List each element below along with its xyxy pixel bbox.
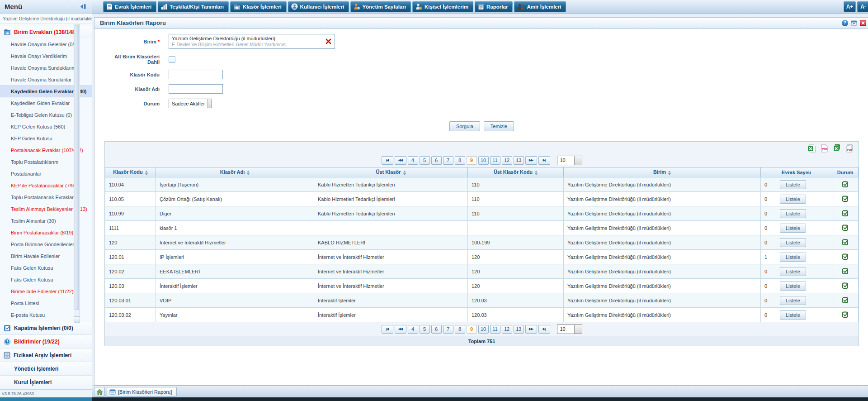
- sidebar-item[interactable]: Kapatma İşlemleri (0/0): [0, 321, 92, 334]
- page-number-button[interactable]: 7: [443, 156, 453, 165]
- durum-label: Durum: [104, 101, 160, 106]
- durum-select[interactable]: Sadece Aktifler: [169, 99, 212, 108]
- active-status-check-icon: [842, 183, 849, 189]
- column-header[interactable]: Klasör Kodu: [105, 167, 156, 177]
- listele-button[interactable]: Listele: [780, 209, 806, 218]
- listele-button[interactable]: Listele: [780, 195, 806, 204]
- sidebar-item-label: E-posta Kutusu: [11, 312, 45, 318]
- listele-button[interactable]: Listele: [780, 282, 806, 291]
- module-tab[interactable]: Amir İşlemleri: [514, 1, 566, 12]
- module-tab[interactable]: Klasör İşlemleri: [230, 1, 287, 12]
- module-tab[interactable]: Raporlar: [475, 1, 513, 12]
- klasor-adi-input[interactable]: [169, 84, 223, 94]
- sidebar-scrollbar[interactable]: [74, 24, 80, 323]
- module-tab-label: Kullanıcı İşlemleri: [300, 4, 344, 10]
- cell-ust-kod: 120.03: [468, 293, 564, 308]
- page-size-select[interactable]: 10: [557, 156, 582, 165]
- last-page-button[interactable]: ▶|: [538, 325, 550, 334]
- klasor-kodu-input[interactable]: [169, 70, 223, 79]
- cell-birim: Yazılım Geliştirme Direktörlüğü (il müdü…: [564, 308, 761, 322]
- module-tab[interactable]: Yönetim Sayfaları: [350, 1, 411, 12]
- page-number-button[interactable]: 8: [455, 325, 465, 334]
- page-number-button[interactable]: 9: [467, 156, 477, 165]
- page-number-button[interactable]: 4: [408, 325, 418, 334]
- page-number-button[interactable]: 4: [408, 156, 418, 165]
- column-header[interactable]: Birim: [564, 167, 761, 177]
- page-number-button[interactable]: 5: [420, 156, 430, 165]
- column-header[interactable]: Üst Klasör Kodu: [468, 167, 564, 177]
- first-page-button[interactable]: |◀: [382, 156, 393, 165]
- listele-button[interactable]: Listele: [780, 267, 806, 276]
- evrak-count: 0: [764, 296, 780, 303]
- export-pdf-all-icon[interactable]: PDF: [845, 144, 854, 153]
- clear-birim-icon[interactable]: [325, 38, 332, 45]
- column-header[interactable]: Üst Klasör: [314, 167, 468, 177]
- prev-page-button[interactable]: ◀◀: [395, 156, 406, 165]
- module-tab-label: Klasör İşlemleri: [243, 4, 282, 10]
- cell-ad: EEKA İŞLEMLERİ: [156, 264, 314, 279]
- last-page-button[interactable]: ▶|: [538, 156, 550, 165]
- module-tab[interactable]: Kişisel İşlemlerim: [412, 1, 473, 12]
- listele-button[interactable]: Listele: [780, 253, 806, 262]
- cell-kod: 120.02: [105, 264, 156, 279]
- sidebar-item[interactable]: Yönetici İşlemleri: [0, 362, 92, 375]
- first-page-button[interactable]: |◀: [382, 325, 393, 334]
- listele-button[interactable]: Listele: [780, 224, 806, 233]
- report-icon: [478, 3, 484, 10]
- listele-button[interactable]: Listele: [780, 238, 806, 247]
- table-row: 110.05Çözüm Ortağı (Satış Kanalı)Kablo H…: [105, 192, 859, 206]
- collapse-sidebar-icon[interactable]: [79, 3, 88, 10]
- cell-evrak-sayisi: 0Listele: [761, 264, 832, 279]
- sorgula-button[interactable]: Sorgula: [449, 121, 480, 131]
- page-number-button[interactable]: 13: [514, 325, 524, 334]
- font-decrease-button[interactable]: A-: [857, 1, 868, 12]
- column-header: Durum: [832, 167, 859, 177]
- sidebar-item[interactable]: Fiziksel Arşiv İşlemleri: [0, 348, 92, 362]
- module-tab[interactable]: Teşkilat/Kişi Tanımları: [158, 1, 229, 12]
- home-button[interactable]: [94, 387, 105, 396]
- export-excel-icon[interactable]: [807, 144, 816, 153]
- sidebar-item-label: E-Tebligat Gelen Kutusu (0): [11, 112, 72, 118]
- page-number-button[interactable]: 9: [467, 325, 477, 334]
- listele-button[interactable]: Listele: [780, 296, 806, 305]
- page-number-button[interactable]: 7: [443, 325, 453, 334]
- scrollbar-down-arrow-icon[interactable]: [74, 316, 80, 322]
- page-number-button[interactable]: 6: [431, 325, 442, 334]
- page-number-button[interactable]: 12: [502, 156, 512, 165]
- page-number-button[interactable]: 10: [478, 325, 489, 334]
- birim-field[interactable]: Yazılım Geliştirme Direktörlüğü (il müdü…: [169, 34, 335, 49]
- column-header[interactable]: Klasör Adı: [156, 167, 314, 177]
- next-page-button[interactable]: ▶▶: [525, 156, 537, 165]
- prev-page-button[interactable]: ◀◀: [395, 325, 406, 334]
- alert-icon: [4, 338, 11, 345]
- alt-birim-checkbox[interactable]: [169, 56, 175, 63]
- listele-button[interactable]: Listele: [780, 180, 806, 189]
- font-increase-button[interactable]: A+: [844, 1, 856, 12]
- page-number-button[interactable]: 11: [490, 156, 500, 165]
- evrak-count: 0: [764, 195, 780, 202]
- help-icon[interactable]: ?: [841, 19, 848, 26]
- page-number-button[interactable]: 12: [502, 325, 512, 334]
- listele-button[interactable]: Listele: [780, 310, 806, 320]
- page-size-select[interactable]: 10: [557, 325, 582, 334]
- sidebar-item[interactable]: Kurul İşlemleri: [0, 375, 92, 389]
- page-number-button[interactable]: 6: [431, 156, 442, 165]
- sort-icon: [535, 171, 538, 175]
- sidebar-item[interactable]: Bildirimler (19/22): [0, 334, 92, 348]
- close-icon[interactable]: [859, 19, 866, 26]
- page-number-button[interactable]: 5: [420, 325, 430, 334]
- page-number-button[interactable]: 13: [514, 156, 524, 165]
- export-excel-all-icon[interactable]: [833, 144, 841, 153]
- temizle-button[interactable]: Temizle: [484, 121, 514, 131]
- next-page-button[interactable]: ▶▶: [525, 325, 537, 334]
- module-tab[interactable]: Kullanıcı İşlemleri: [288, 1, 349, 12]
- export-pdf-icon[interactable]: PDF: [820, 144, 829, 153]
- scrollbar-thumb[interactable]: [75, 25, 79, 310]
- taskbar-tab-birim-klasorleri-raporu[interactable]: [Birim Klasörleri Raporu]: [107, 387, 177, 396]
- cell-kod: 120: [105, 235, 156, 250]
- page-number-button[interactable]: 10: [478, 156, 489, 165]
- module-tab[interactable]: Evrak İşlemleri: [103, 1, 156, 12]
- pin-window-icon[interactable]: [850, 19, 857, 26]
- page-number-button[interactable]: 11: [490, 325, 500, 334]
- page-number-button[interactable]: 8: [455, 156, 465, 165]
